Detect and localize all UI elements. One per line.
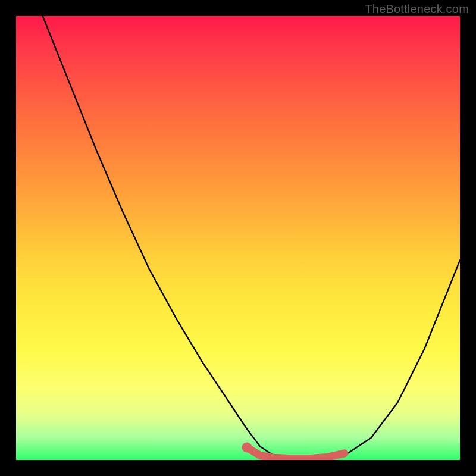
chart-stage: TheBottleneck.com (0, 0, 476, 476)
bottleneck-curve (16, 16, 460, 460)
curves-svg (16, 16, 460, 460)
optimal-range-highlight (247, 447, 345, 459)
plot-area (16, 16, 460, 460)
optimal-point-dot (242, 443, 252, 453)
watermark-text: TheBottleneck.com (365, 2, 469, 16)
